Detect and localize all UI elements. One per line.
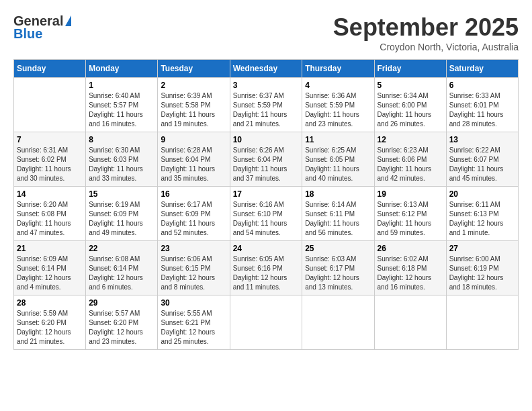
day-number: 8 [89, 135, 154, 144]
day-number: 25 [305, 244, 371, 253]
day-number: 30 [161, 298, 226, 308]
month-title: September 2025 [333, 13, 519, 42]
calendar-cell: 3Sunrise: 6:37 AMSunset: 5:59 PMDaylight… [230, 78, 302, 132]
day-number: 4 [305, 81, 371, 90]
day-number: 24 [233, 244, 300, 253]
calendar-cell: 14Sunrise: 6:20 AMSunset: 6:08 PMDayligh… [14, 187, 86, 241]
day-info: Sunrise: 5:59 AMSunset: 6:20 PMDaylight:… [17, 309, 83, 347]
calendar-cell [230, 295, 302, 350]
day-info: Sunrise: 6:14 AMSunset: 6:11 PMDaylight:… [305, 200, 371, 238]
day-info: Sunrise: 6:37 AMSunset: 5:59 PMDaylight:… [233, 91, 300, 129]
calendar-week-row: 21Sunrise: 6:09 AMSunset: 6:14 PMDayligh… [14, 241, 519, 295]
calendar-cell: 9Sunrise: 6:28 AMSunset: 6:04 PMDaylight… [158, 132, 230, 187]
day-number: 12 [378, 135, 443, 144]
day-number: 21 [17, 244, 83, 253]
calendar-cell: 23Sunrise: 6:06 AMSunset: 6:15 PMDayligh… [158, 241, 230, 295]
calendar-cell: 4Sunrise: 6:36 AMSunset: 5:59 PMDaylight… [302, 78, 374, 132]
calendar-cell: 30Sunrise: 5:55 AMSunset: 6:21 PMDayligh… [158, 295, 230, 350]
day-info: Sunrise: 6:34 AMSunset: 6:00 PMDaylight:… [378, 91, 443, 129]
calendar-cell: 20Sunrise: 6:11 AMSunset: 6:13 PMDayligh… [446, 187, 518, 241]
logo-triangle-icon [65, 15, 71, 26]
calendar-cell: 7Sunrise: 6:31 AMSunset: 6:02 PMDaylight… [14, 132, 86, 187]
day-number: 15 [89, 189, 154, 199]
page-header: General Blue September 2025 Croydon Nort… [13, 13, 519, 52]
day-info: Sunrise: 6:22 AMSunset: 6:07 PMDaylight:… [449, 146, 515, 183]
day-number: 14 [17, 189, 83, 199]
day-number: 16 [161, 189, 226, 199]
calendar-cell: 27Sunrise: 6:00 AMSunset: 6:19 PMDayligh… [446, 241, 518, 295]
calendar-cell: 5Sunrise: 6:34 AMSunset: 6:00 PMDaylight… [374, 78, 446, 132]
day-info: Sunrise: 6:08 AMSunset: 6:14 PMDaylight:… [89, 255, 154, 292]
day-info: Sunrise: 6:25 AMSunset: 6:05 PMDaylight:… [305, 146, 371, 183]
day-of-week-header: Monday [86, 60, 158, 78]
day-number: 7 [17, 135, 83, 144]
calendar-week-row: 1Sunrise: 6:40 AMSunset: 5:57 PMDaylight… [14, 78, 519, 132]
day-info: Sunrise: 6:36 AMSunset: 5:59 PMDaylight:… [305, 91, 371, 129]
day-number: 6 [449, 81, 515, 90]
day-number: 3 [233, 81, 300, 90]
calendar-cell: 19Sunrise: 6:13 AMSunset: 6:12 PMDayligh… [374, 187, 446, 241]
calendar-header-row: SundayMondayTuesdayWednesdayThursdayFrid… [14, 60, 519, 78]
day-info: Sunrise: 6:30 AMSunset: 6:03 PMDaylight:… [89, 146, 154, 183]
day-of-week-header: Saturday [446, 60, 518, 78]
day-number: 28 [17, 298, 83, 308]
calendar-cell: 18Sunrise: 6:14 AMSunset: 6:11 PMDayligh… [302, 187, 374, 241]
day-info: Sunrise: 6:16 AMSunset: 6:10 PMDaylight:… [233, 200, 300, 238]
calendar-cell: 11Sunrise: 6:25 AMSunset: 6:05 PMDayligh… [302, 132, 374, 187]
logo: General Blue [13, 13, 71, 42]
calendar-cell [446, 295, 518, 350]
calendar-cell: 25Sunrise: 6:03 AMSunset: 6:17 PMDayligh… [302, 241, 374, 295]
day-number: 19 [378, 189, 443, 199]
calendar-week-row: 7Sunrise: 6:31 AMSunset: 6:02 PMDaylight… [14, 132, 519, 187]
day-info: Sunrise: 6:26 AMSunset: 6:04 PMDaylight:… [233, 146, 300, 183]
calendar-cell: 26Sunrise: 6:02 AMSunset: 6:18 PMDayligh… [374, 241, 446, 295]
calendar-cell: 12Sunrise: 6:23 AMSunset: 6:06 PMDayligh… [374, 132, 446, 187]
day-number: 26 [378, 244, 443, 253]
day-info: Sunrise: 6:31 AMSunset: 6:02 PMDaylight:… [17, 146, 83, 183]
day-info: Sunrise: 6:17 AMSunset: 6:09 PMDaylight:… [161, 200, 226, 238]
day-number: 27 [449, 244, 515, 253]
day-info: Sunrise: 6:19 AMSunset: 6:09 PMDaylight:… [89, 200, 154, 238]
calendar-week-row: 28Sunrise: 5:59 AMSunset: 6:20 PMDayligh… [14, 295, 519, 350]
day-of-week-header: Sunday [14, 60, 86, 78]
day-info: Sunrise: 6:40 AMSunset: 5:57 PMDaylight:… [89, 91, 154, 129]
title-section: September 2025 Croydon North, Victoria, … [333, 13, 519, 52]
day-number: 5 [378, 81, 443, 90]
day-of-week-header: Thursday [302, 60, 374, 78]
calendar-cell: 13Sunrise: 6:22 AMSunset: 6:07 PMDayligh… [446, 132, 518, 187]
logo-blue: Blue [13, 26, 42, 42]
calendar-cell: 10Sunrise: 6:26 AMSunset: 6:04 PMDayligh… [230, 132, 302, 187]
day-number: 11 [305, 135, 371, 144]
day-number: 2 [161, 81, 226, 90]
calendar-cell: 1Sunrise: 6:40 AMSunset: 5:57 PMDaylight… [86, 78, 158, 132]
day-info: Sunrise: 6:00 AMSunset: 6:19 PMDaylight:… [449, 255, 515, 292]
calendar-cell: 6Sunrise: 6:33 AMSunset: 6:01 PMDaylight… [446, 78, 518, 132]
day-number: 29 [89, 298, 154, 308]
day-info: Sunrise: 6:03 AMSunset: 6:17 PMDaylight:… [305, 255, 371, 292]
day-number: 10 [233, 135, 300, 144]
day-info: Sunrise: 5:55 AMSunset: 6:21 PMDaylight:… [161, 309, 226, 347]
calendar-cell: 21Sunrise: 6:09 AMSunset: 6:14 PMDayligh… [14, 241, 86, 295]
calendar-cell [374, 295, 446, 350]
calendar-cell: 15Sunrise: 6:19 AMSunset: 6:09 PMDayligh… [86, 187, 158, 241]
day-number: 22 [89, 244, 154, 253]
day-info: Sunrise: 6:28 AMSunset: 6:04 PMDaylight:… [161, 146, 226, 183]
calendar-cell: 8Sunrise: 6:30 AMSunset: 6:03 PMDaylight… [86, 132, 158, 187]
day-info: Sunrise: 6:02 AMSunset: 6:18 PMDaylight:… [378, 255, 443, 292]
day-number: 23 [161, 244, 226, 253]
day-of-week-header: Wednesday [230, 60, 302, 78]
day-info: Sunrise: 6:05 AMSunset: 6:16 PMDaylight:… [233, 255, 300, 292]
day-info: Sunrise: 6:23 AMSunset: 6:06 PMDaylight:… [378, 146, 443, 183]
calendar-cell: 2Sunrise: 6:39 AMSunset: 5:58 PMDaylight… [158, 78, 230, 132]
day-info: Sunrise: 5:57 AMSunset: 6:20 PMDaylight:… [89, 309, 154, 347]
day-number: 1 [89, 81, 154, 90]
calendar-cell [302, 295, 374, 350]
calendar-cell: 22Sunrise: 6:08 AMSunset: 6:14 PMDayligh… [86, 241, 158, 295]
calendar-cell: 29Sunrise: 5:57 AMSunset: 6:20 PMDayligh… [86, 295, 158, 350]
day-info: Sunrise: 6:39 AMSunset: 5:58 PMDaylight:… [161, 91, 226, 129]
calendar-table: SundayMondayTuesdayWednesdayThursdayFrid… [13, 59, 519, 350]
day-info: Sunrise: 6:09 AMSunset: 6:14 PMDaylight:… [17, 255, 83, 292]
day-info: Sunrise: 6:11 AMSunset: 6:13 PMDaylight:… [449, 200, 515, 238]
day-number: 18 [305, 189, 371, 199]
day-number: 20 [449, 189, 515, 199]
